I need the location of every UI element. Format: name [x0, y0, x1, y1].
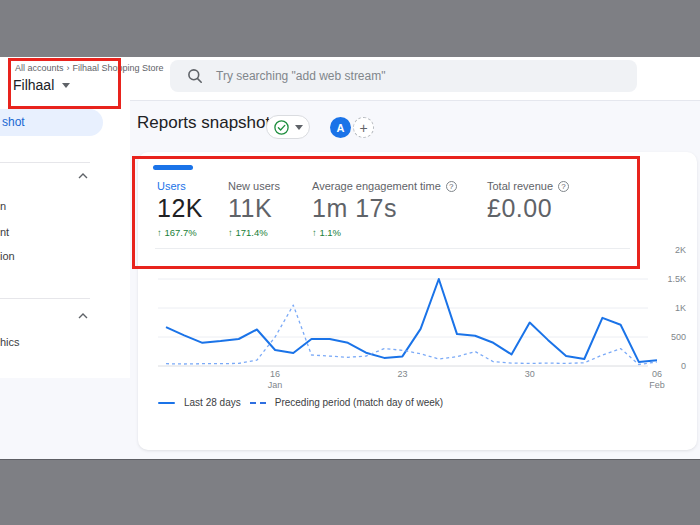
snapshot-card: Users 12K ↑ 167.7% New users 11K ↑ 171.4… — [138, 152, 697, 450]
users-over-time-chart[interactable]: 05001K1.5K2K16Jan233006Feb — [148, 246, 697, 396]
chart-legend: Last 28 days Preceding period (match day… — [158, 397, 443, 408]
metric-value: 1m 17s — [312, 195, 457, 221]
metric-delta — [487, 227, 569, 238]
legend-label-preceding: Preceding period (match day of week) — [275, 397, 443, 408]
account-switcher-label: Filhaal — [13, 77, 54, 93]
svg-text:16: 16 — [270, 369, 280, 379]
collapse-chevron-icon[interactable] — [78, 313, 88, 319]
svg-text:1K: 1K — [675, 303, 686, 313]
metric-total-revenue[interactable]: Total revenue ? £0.00 — [487, 180, 569, 238]
metric-delta: ↑ 1.1% — [312, 227, 457, 238]
plus-icon: + — [359, 120, 367, 136]
breadcrumb: All accounts › Filhaal Shopping Store — [15, 63, 164, 73]
search-icon — [187, 68, 203, 84]
caret-down-icon — [62, 83, 70, 88]
left-nav: shot n nt ion hics — [0, 100, 130, 378]
svg-text:1.5K: 1.5K — [667, 274, 686, 284]
help-icon[interactable]: ? — [446, 181, 457, 192]
sidebar-item-demographics[interactable]: hics — [0, 336, 20, 348]
svg-text:2K: 2K — [675, 246, 686, 255]
check-circle-icon — [274, 120, 289, 135]
metric-avg-engagement-time[interactable]: Average engagement time ? 1m 17s ↑ 1.1% — [312, 180, 457, 238]
sidebar-item-monetization[interactable]: ion — [0, 250, 15, 262]
report-status-dropdown[interactable] — [266, 115, 310, 139]
metric-delta: ↑ 171.4% — [228, 227, 280, 238]
svg-text:Feb: Feb — [649, 380, 665, 390]
metric-label: Users — [157, 180, 186, 192]
avatar[interactable]: A — [330, 117, 351, 138]
help-icon[interactable]: ? — [558, 181, 569, 192]
letterbox-top — [0, 0, 700, 57]
account-switcher[interactable]: Filhaal — [13, 77, 70, 93]
sidebar-divider — [0, 162, 90, 163]
search-bar[interactable]: Try searching "add web stream" — [170, 60, 637, 92]
svg-text:06: 06 — [652, 369, 662, 379]
page-title: Reports snapshot — [137, 113, 270, 133]
breadcrumb-root[interactable]: All accounts — [15, 63, 64, 73]
metric-label: New users — [228, 180, 280, 192]
sidebar-divider — [0, 298, 90, 299]
add-comparison-button[interactable]: + — [353, 117, 374, 138]
svg-text:Jan: Jan — [268, 380, 283, 390]
svg-text:500: 500 — [671, 332, 686, 342]
sidebar-item-acquisition[interactable]: n — [0, 200, 6, 212]
metric-value: £0.00 — [487, 195, 569, 221]
breadcrumb-separator-icon: › — [67, 63, 70, 73]
metric-new-users[interactable]: New users 11K ↑ 171.4% — [228, 180, 280, 238]
app-header: All accounts › Filhaal Shopping Store Fi… — [0, 57, 700, 101]
dashed-line-swatch — [250, 402, 266, 404]
breadcrumb-current[interactable]: Filhaal Shopping Store — [73, 63, 164, 73]
svg-text:0: 0 — [681, 361, 686, 371]
metric-value: 12K — [157, 195, 203, 221]
svg-text:23: 23 — [397, 369, 407, 379]
selected-tab-indicator — [153, 165, 193, 170]
metric-label: Total revenue — [487, 180, 553, 192]
legend-label-current: Last 28 days — [184, 397, 241, 408]
svg-text:30: 30 — [525, 369, 535, 379]
sidebar-item-engagement[interactable]: nt — [0, 226, 9, 238]
solid-line-swatch — [158, 402, 175, 404]
metric-delta: ↑ 167.7% — [157, 227, 203, 238]
sidebar-item-reports-snapshot[interactable]: shot — [0, 109, 103, 136]
metric-users[interactable]: Users 12K ↑ 167.7% — [157, 180, 203, 238]
metric-label: Average engagement time — [312, 180, 441, 192]
collapse-chevron-icon[interactable] — [78, 173, 88, 179]
metric-value: 11K — [228, 195, 280, 221]
search-placeholder: Try searching "add web stream" — [216, 69, 385, 83]
letterbox-bottom — [0, 459, 700, 525]
caret-down-icon — [295, 125, 303, 130]
